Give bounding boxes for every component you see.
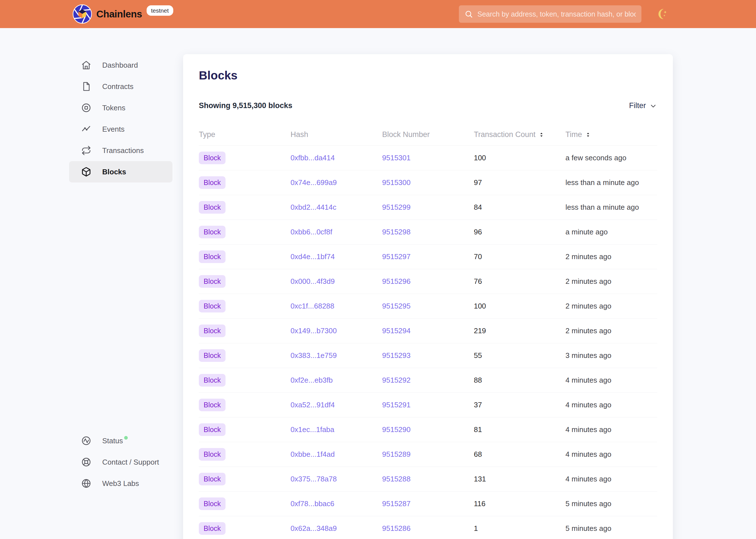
column-header-hash: Hash: [291, 130, 382, 139]
block-number-link[interactable]: 9515290: [382, 425, 411, 434]
block-type-badge: Block: [199, 325, 225, 337]
sidebar-item-events[interactable]: Events: [69, 118, 172, 140]
block-number-link[interactable]: 9515294: [382, 327, 411, 335]
block-hash-link[interactable]: 0xbbe...1f4ad: [291, 450, 335, 458]
block-time-value: less than a minute ago: [566, 203, 657, 212]
filter-label: Filter: [629, 101, 646, 110]
sidebar-item-label: Status: [102, 436, 128, 445]
sidebar-item-tokens[interactable]: Tokens: [69, 97, 172, 118]
sort-icon[interactable]: [538, 132, 545, 138]
sidebar-item-label: Tokens: [102, 104, 125, 112]
block-hash-link[interactable]: 0xd4e...1bf74: [291, 252, 335, 261]
block-hash-link[interactable]: 0xfbb...da414: [291, 154, 335, 162]
block-hash-link[interactable]: 0x375...78a78: [291, 475, 337, 483]
sidebar-item-dashboard[interactable]: Dashboard: [69, 54, 172, 76]
block-type-badge: Block: [199, 152, 225, 164]
block-hash-link[interactable]: 0xbb6...0cf8f: [291, 228, 332, 236]
block-number-link[interactable]: 9515300: [382, 178, 411, 187]
block-type-badge: Block: [199, 250, 225, 263]
file-icon: [81, 81, 92, 92]
block-time-value: 4 minutes ago: [566, 401, 657, 409]
block-number-link[interactable]: 9515298: [382, 228, 411, 236]
block-hash-link[interactable]: 0x000...4f3d9: [291, 277, 335, 285]
block-type-badge: Block: [199, 349, 225, 362]
block-type-badge: Block: [199, 448, 225, 461]
block-number-link[interactable]: 9515293: [382, 351, 411, 360]
table-row: Block 0x1ec...1faba 9515290 81 4 minutes…: [199, 418, 657, 442]
column-header-time[interactable]: Time: [566, 130, 657, 139]
search-bar[interactable]: [459, 5, 641, 23]
table-row: Block 0x62a...348a9 9515286 1 5 minutes …: [199, 516, 657, 539]
table-row: Block 0x74e...699a9 9515300 97 less than…: [199, 170, 657, 195]
block-hash-link[interactable]: 0xa52...91df4: [291, 401, 335, 409]
block-hash-link[interactable]: 0x149...b7300: [291, 327, 337, 335]
block-number-link[interactable]: 9515288: [382, 475, 411, 483]
block-type-badge: Block: [199, 498, 225, 510]
sidebar-item-label: Web3 Labs: [102, 479, 139, 488]
transaction-count-value: 100: [474, 302, 565, 310]
life-buoy-icon: [81, 457, 92, 467]
search-input[interactable]: [477, 10, 636, 18]
page-title: Blocks: [199, 69, 657, 82]
block-hash-link[interactable]: 0x1ec...1faba: [291, 425, 334, 434]
dark-mode-toggle[interactable]: [655, 6, 671, 22]
block-number-link[interactable]: 9515291: [382, 401, 411, 409]
globe-icon: [81, 478, 92, 489]
transaction-count-value: 81: [474, 425, 565, 434]
block-type-badge: Block: [199, 300, 225, 312]
column-header-block-number: Block Number: [382, 130, 474, 139]
block-hash-link[interactable]: 0xc1f...68288: [291, 302, 334, 310]
showing-count-text: Showing 9,515,300 blocks: [199, 101, 293, 110]
block-number-link[interactable]: 9515286: [382, 524, 411, 533]
block-number-link[interactable]: 9515296: [382, 277, 411, 285]
sidebar-item-contracts[interactable]: Contracts: [69, 76, 172, 97]
sidebar-nav: Dashboard Contracts Tokens Events Transa…: [69, 54, 172, 183]
block-number-link[interactable]: 9515289: [382, 450, 411, 458]
table-row: Block 0xbb6...0cf8f 9515298 96 a minute …: [199, 220, 657, 245]
sidebar-footer: Status Contact / Support Web3 Labs: [69, 430, 172, 494]
table-row: Block 0xa52...91df4 9515291 37 4 minutes…: [199, 393, 657, 418]
transaction-count-value: 76: [474, 277, 565, 286]
block-number-link[interactable]: 9515295: [382, 302, 411, 310]
sort-icon[interactable]: [585, 132, 591, 138]
block-hash-link[interactable]: 0xf78...bbac6: [291, 500, 334, 508]
top-header: Chainlens testnet: [0, 0, 756, 28]
filter-button[interactable]: Filter: [629, 101, 657, 110]
table-row: Block 0xc1f...68288 9515295 100 2 minute…: [199, 294, 657, 319]
transaction-count-value: 68: [474, 450, 565, 459]
block-hash-link[interactable]: 0x62a...348a9: [291, 524, 337, 533]
block-hash-link[interactable]: 0xf2e...eb3fb: [291, 376, 332, 384]
sidebar-item-label: Blocks: [102, 168, 126, 176]
block-number-link[interactable]: 9515297: [382, 252, 411, 261]
transaction-count-value: 96: [474, 228, 565, 236]
block-time-value: less than a minute ago: [566, 178, 657, 187]
table-row: Block 0x000...4f3d9 9515296 76 2 minutes…: [199, 269, 657, 294]
block-number-link[interactable]: 9515301: [382, 154, 411, 162]
sidebar-item-status[interactable]: Status: [69, 430, 172, 451]
block-hash-link[interactable]: 0x383...1e759: [291, 351, 337, 360]
sidebar-item-blocks[interactable]: Blocks: [69, 161, 172, 183]
table-row: Block 0x375...78a78 9515288 131 4 minute…: [199, 467, 657, 492]
transaction-count-value: 97: [474, 178, 565, 187]
block-number-link[interactable]: 9515287: [382, 500, 411, 508]
column-header-transaction-count[interactable]: Transaction Count: [474, 130, 565, 139]
block-number-link[interactable]: 9515299: [382, 203, 411, 211]
block-time-value: 4 minutes ago: [566, 425, 657, 434]
block-type-badge: Block: [199, 374, 225, 387]
sidebar-item-web3-labs[interactable]: Web3 Labs: [69, 473, 172, 494]
transaction-count-value: 100: [474, 154, 565, 162]
block-time-value: 3 minutes ago: [566, 351, 657, 360]
block-number-link[interactable]: 9515292: [382, 376, 411, 384]
sidebar-item-transactions[interactable]: Transactions: [69, 140, 172, 161]
block-time-value: 2 minutes ago: [566, 327, 657, 335]
sidebar-item-contact-support[interactable]: Contact / Support: [69, 451, 172, 473]
transaction-count-value: 55: [474, 351, 565, 360]
token-icon: [81, 103, 92, 113]
block-hash-link[interactable]: 0xbd2...4414c: [291, 203, 336, 211]
sidebar-item-label: Contracts: [102, 82, 133, 91]
block-type-badge: Block: [199, 522, 225, 535]
brand[interactable]: Chainlens testnet: [72, 4, 173, 24]
table-row: Block 0xf2e...eb3fb 9515292 88 4 minutes…: [199, 368, 657, 393]
block-hash-link[interactable]: 0x74e...699a9: [291, 178, 337, 187]
chainlens-logo-icon: [72, 4, 92, 24]
